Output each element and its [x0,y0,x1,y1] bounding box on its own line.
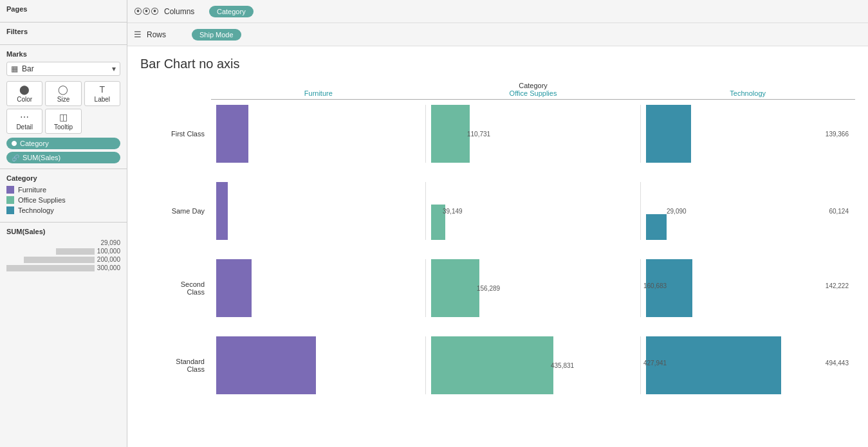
second-class-tech-bar-group: 160,683 142,222 [641,259,855,317]
filters-title: Filters [6,28,120,35]
same-day-office-value: 39,149 [443,208,463,215]
tech-header-label: Technology [640,89,855,97]
sum-sales-section: SUM(Sales) 29,090 100,000 200,000 300,00… [0,223,127,277]
chart-area: Bar Chart no axis Furniture Category Off… [127,46,868,447]
same-day-office-bar-group: 39,149 [426,182,641,240]
axis-bar-300k [6,265,95,271]
standard-class-furniture-bar-group [211,336,426,394]
axis-val-4: 300,000 [97,264,120,271]
first-class-office-bar [431,105,470,163]
office-category-top: Category [426,82,641,89]
same-day-tech-value2: 60,124 [829,208,849,215]
tooltip-icon: ◫ [59,112,68,122]
second-class-tech-value2: 142,222 [826,282,849,289]
office-header-label: Office Supplies [426,89,641,97]
tech-category-top [640,82,855,89]
axis-bar-200k [24,257,95,263]
filters-section: Filters [0,23,127,45]
same-day-furniture-bar-group [211,182,426,240]
row-same-day: Same Day 39,149 29,090 60,124 [140,182,855,240]
first-class-office-bar-group: 110,731 [426,105,641,163]
standard-class-furniture-bar [216,336,316,394]
same-day-tech-bar [646,214,667,240]
category-pill-label: Category [20,140,49,147]
first-class-tech-value: 139,366 [826,131,849,138]
standard-class-office-bar [431,336,553,394]
standard-class-tech-bar-group: 427,941 494,443 [641,336,855,394]
category-pill-dot [12,141,17,146]
category-header-row: Furniture Category Office Supplies Techn… [140,82,855,100]
second-class-bars: 156,289 160,683 142,222 [211,259,855,317]
tech-color-swatch [6,206,14,214]
standard-class-tech-value2: 494,443 [826,359,849,366]
link-icon: 🔗 [12,154,19,161]
legend-title: Category [6,174,120,182]
same-day-tech-value: 29,090 [667,208,687,215]
standard-class-label: StandardClass [140,358,211,373]
shipmode-header-spacer [140,82,211,100]
furniture-header-label: Furniture [211,89,426,97]
detail-button[interactable]: ⋯ Detail [6,109,42,134]
marks-section: Marks ▦ Bar ▾ ⬤ Color ◯ Size T Label ⋯ D… [0,45,127,169]
columns-pill-label: Category [217,8,246,15]
axis-row-2: 100,000 [6,248,120,255]
second-class-furniture-bar [216,259,252,317]
first-class-tech-bar-group: 139,366 [641,105,855,163]
row-standard-class: StandardClass 435,831 427,941 494,443 [140,336,855,394]
second-class-tech-value: 160,683 [643,282,667,289]
legend-office-supplies: Office Supplies [6,196,120,204]
sum-sales-title: SUM(Sales) [6,228,120,235]
pages-section: Pages [0,0,127,23]
same-day-tech-bar-group: 29,090 60,124 [641,182,855,240]
tooltip-label: Tooltip [54,123,73,131]
standard-class-bars: 435,831 427,941 494,443 [211,336,855,394]
label-button[interactable]: T Label [84,81,120,106]
label-label: Label [95,96,110,103]
color-button[interactable]: ⬤ Color [6,81,42,106]
columns-pill[interactable]: Category [209,6,254,17]
legend-furniture: Furniture [6,186,120,194]
furniture-legend-label: Furniture [18,186,46,194]
same-day-bars: 39,149 29,090 60,124 [211,182,855,240]
first-class-tech-bar [646,105,691,163]
row-first-class: First Class 110,731 139,366 [140,105,855,163]
first-class-furniture-bar [216,105,248,163]
rows-label: Rows [147,30,185,39]
sum-sales-pill[interactable]: 🔗 SUM(Sales) [6,152,120,163]
legend-technology: Technology [6,206,120,214]
legend-section: Category Furniture Office Supplies Techn… [0,169,127,223]
pages-title: Pages [6,5,120,13]
chart-title: Bar Chart no axis [140,57,855,71]
office-color-swatch [6,196,14,204]
second-class-label: SecondClass [140,280,211,296]
marks-type-dropdown[interactable]: ▦ Bar ▾ [6,62,120,76]
second-class-office-bar-group: 156,289 [426,259,641,317]
second-class-office-bar [431,259,479,317]
columns-label: Columns [164,7,203,16]
label-icon: T [100,84,106,95]
furniture-color-swatch [6,186,14,194]
tech-header-block: Technology [640,82,855,100]
standard-class-office-value: 435,831 [551,362,574,369]
marks-pills: Category 🔗 SUM(Sales) [6,138,120,163]
bar-chart-icon: ▦ [11,64,18,73]
rows-pill[interactable]: Ship Mode [192,29,241,41]
office-legend-label: Office Supplies [18,196,66,204]
second-class-office-value: 156,289 [477,285,500,292]
category-pill[interactable]: Category [6,138,120,149]
axis-row-1: 29,090 [6,239,120,246]
axis-val-3: 200,000 [97,256,120,263]
axis-bar-100k [56,248,95,255]
size-button[interactable]: ◯ Size [45,81,81,106]
first-class-furniture-bar-group [211,105,426,163]
main-area: ⦿⦿⦿ Columns Category ☰ Rows Ship Mode Ba… [127,0,868,447]
tooltip-button[interactable]: ◫ Tooltip [45,109,81,134]
standard-class-office-bar-group: 435,831 [426,336,641,394]
first-class-office-value: 110,731 [467,131,490,138]
furniture-category-top [211,82,426,89]
detail-icon: ⋯ [20,112,29,122]
left-panel: Pages Filters Marks ▦ Bar ▾ ⬤ Color ◯ Si… [0,0,127,447]
tech-legend-label: Technology [18,206,54,214]
size-label: Size [57,96,69,103]
axis-row-3: 200,000 [6,256,120,263]
